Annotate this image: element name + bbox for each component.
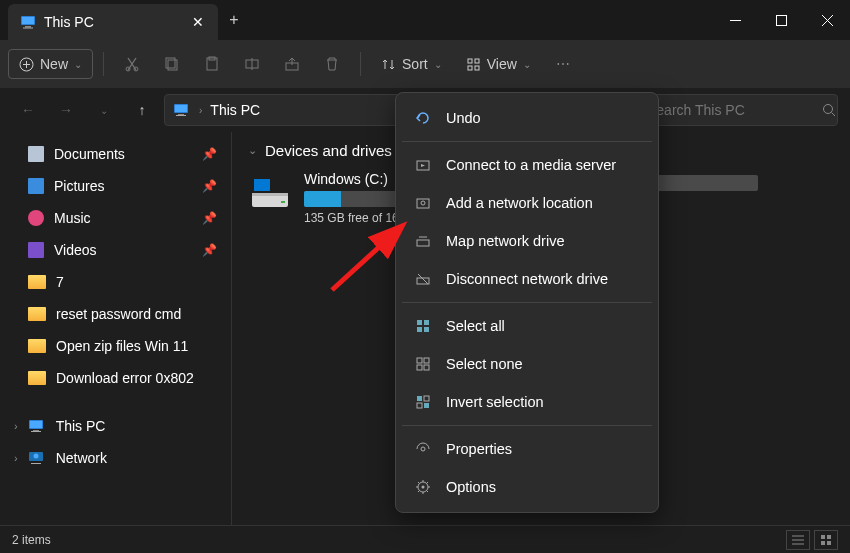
svg-rect-60: [417, 365, 422, 370]
paste-button[interactable]: [194, 46, 230, 82]
status-bar: 2 items: [0, 525, 850, 553]
svg-rect-63: [424, 396, 429, 401]
delete-button[interactable]: [314, 46, 350, 82]
menu-item-add-a-network-location[interactable]: Add a network location: [402, 184, 652, 222]
this-pc-icon: [20, 14, 36, 30]
menu-item-label: Disconnect network drive: [446, 271, 608, 287]
svg-point-50: [421, 201, 425, 205]
sidebar-label: This PC: [56, 418, 106, 434]
cut-button[interactable]: [114, 46, 150, 82]
disconnect-icon: [414, 270, 432, 288]
minimize-button[interactable]: [712, 0, 758, 40]
sidebar-item-videos[interactable]: Videos📌: [0, 234, 231, 266]
this-pc-icon: [28, 419, 46, 433]
invert-icon: [414, 393, 432, 411]
network-icon: [28, 451, 46, 465]
sidebar-item-pictures[interactable]: Pictures📌: [0, 170, 231, 202]
menu-item-label: Select none: [446, 356, 523, 372]
svg-point-66: [421, 447, 425, 451]
svg-line-53: [418, 274, 428, 284]
mapdrive-icon: [414, 232, 432, 250]
nav-forward-button[interactable]: →: [50, 94, 82, 126]
svg-point-24: [824, 105, 833, 114]
tab-active[interactable]: This PC ✕: [8, 4, 218, 40]
new-button[interactable]: New ⌄: [8, 49, 93, 79]
menu-item-label: Connect to a media server: [446, 157, 616, 173]
sidebar-label: Network: [56, 450, 107, 466]
menu-item-connect-to-a-media-server[interactable]: Connect to a media server: [402, 146, 652, 184]
pic-icon: [28, 178, 44, 194]
menu-item-map-network-drive[interactable]: Map network drive: [402, 222, 652, 260]
menu-item-disconnect-network-drive[interactable]: Disconnect network drive: [402, 260, 652, 298]
sidebar-item-7[interactable]: 7: [0, 266, 231, 298]
svg-rect-1: [22, 17, 34, 24]
sidebar-item-open-zip-files-win-11[interactable]: Open zip files Win 11: [0, 330, 231, 362]
status-item-count: 2 items: [12, 533, 51, 547]
menu-item-select-all[interactable]: Select all: [402, 307, 652, 345]
drive-icon: [248, 171, 292, 215]
group-title: Devices and drives: [265, 142, 392, 159]
menu-item-label: Add a network location: [446, 195, 593, 211]
svg-rect-61: [424, 365, 429, 370]
details-view-toggle[interactable]: [786, 530, 810, 550]
separator: [103, 52, 104, 76]
menu-item-options[interactable]: Options: [402, 468, 652, 506]
view-button[interactable]: View ⌄: [456, 50, 541, 78]
svg-rect-23: [176, 115, 186, 116]
maximize-button[interactable]: [758, 0, 804, 40]
undo-icon: [414, 109, 432, 127]
sidebar-item-music[interactable]: Music📌: [0, 202, 231, 234]
close-window-button[interactable]: [804, 0, 850, 40]
folder-icon: [28, 339, 46, 353]
more-button[interactable]: ⋯: [545, 46, 581, 82]
title-bar: This PC ✕ +: [0, 0, 850, 40]
svg-rect-56: [417, 327, 422, 332]
breadcrumb-location[interactable]: This PC: [210, 102, 260, 118]
sidebar-item-reset-password-cmd[interactable]: reset password cmd: [0, 298, 231, 330]
sidebar-item-this-pc[interactable]: › This PC: [0, 410, 231, 442]
new-tab-button[interactable]: +: [218, 11, 250, 29]
svg-rect-3: [23, 28, 33, 29]
svg-rect-2: [25, 26, 31, 28]
nav-up-button[interactable]: ↑: [126, 94, 158, 126]
search-box[interactable]: [638, 94, 838, 126]
menu-item-select-none[interactable]: Select none: [402, 345, 652, 383]
share-button[interactable]: [274, 46, 310, 82]
search-input[interactable]: [647, 102, 822, 118]
context-menu: UndoConnect to a media serverAdd a netwo…: [395, 92, 659, 513]
copy-button[interactable]: [154, 46, 190, 82]
plus-circle-icon: [19, 57, 34, 72]
svg-rect-49: [417, 199, 429, 208]
sort-button[interactable]: Sort ⌄: [371, 50, 452, 78]
svg-rect-59: [424, 358, 429, 363]
sidebar-item-network[interactable]: › Network: [0, 442, 231, 474]
svg-rect-22: [178, 114, 184, 115]
props-icon: [414, 440, 432, 458]
tab-close-button[interactable]: ✕: [190, 14, 206, 30]
svg-rect-51: [417, 240, 429, 246]
pin-icon: 📌: [202, 147, 217, 161]
sidebar-item-download-error-0x802[interactable]: Download error 0x802: [0, 362, 231, 394]
svg-rect-64: [417, 403, 422, 408]
pin-icon: 📌: [202, 243, 217, 257]
svg-rect-54: [417, 320, 422, 325]
svg-rect-47: [827, 541, 831, 545]
svg-rect-65: [424, 403, 429, 408]
chevron-down-icon: ⌄: [248, 144, 257, 157]
nav-recent-button[interactable]: ⌄: [88, 94, 120, 126]
thumbnails-view-toggle[interactable]: [814, 530, 838, 550]
svg-rect-17: [475, 59, 479, 63]
nav-back-button[interactable]: ←: [12, 94, 44, 126]
menu-item-invert-selection[interactable]: Invert selection: [402, 383, 652, 421]
sidebar-item-documents[interactable]: Documents📌: [0, 138, 231, 170]
menu-item-properties[interactable]: Properties: [402, 430, 652, 468]
sidebar-item-label: Pictures: [54, 178, 105, 194]
svg-rect-21: [175, 105, 187, 112]
svg-line-25: [832, 113, 836, 117]
chevron-down-icon: ⌄: [434, 59, 442, 70]
breadcrumb-chevron-icon: ›: [199, 105, 202, 116]
rename-button[interactable]: [234, 46, 270, 82]
menu-item-undo[interactable]: Undo: [402, 99, 652, 137]
svg-rect-32: [31, 463, 41, 464]
chevron-right-icon: ›: [14, 420, 18, 432]
